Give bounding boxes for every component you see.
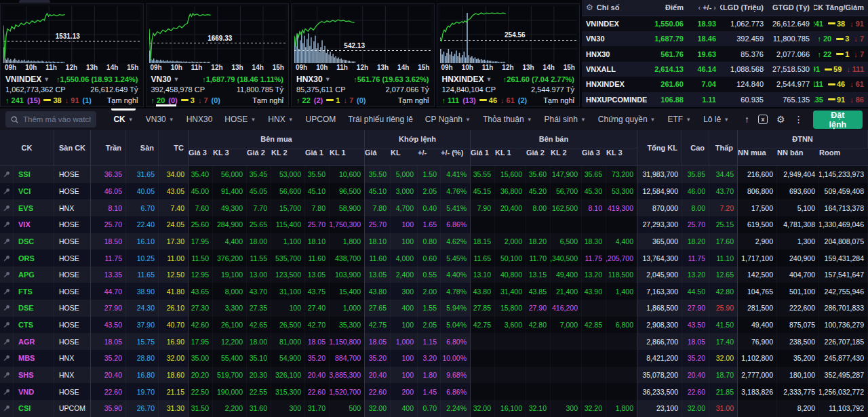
pin-cell[interactable]	[0, 333, 14, 350]
bid-vol-1[interactable]: 1,520,700	[330, 383, 365, 400]
tab-lô-lẻ[interactable]: Lô lẻ▼	[697, 108, 735, 130]
pin-cell[interactable]	[0, 400, 14, 417]
ask-price-1[interactable]	[471, 383, 495, 400]
ticker-symbol[interactable]: DSE	[14, 300, 54, 317]
ask-price-2[interactable]: 18.20	[526, 233, 551, 250]
tab-hose[interactable]: HOSE▼	[218, 108, 262, 130]
bid-vol-1[interactable]: 10,600	[330, 166, 365, 183]
ask-vol-3[interactable]: 73,200	[606, 166, 637, 183]
stock-row[interactable]: DSC HOSE 18.50 16.10 17.30 17.95 4,400 1…	[0, 233, 868, 250]
bid-price-2[interactable]: 27.35	[247, 300, 271, 317]
watchlist-search[interactable]	[5, 111, 96, 127]
bid-price-1[interactable]: 31.70	[305, 400, 330, 417]
bid-price-1[interactable]: 45.10	[305, 183, 330, 200]
subcol-gi-3[interactable]: Giá 3	[189, 148, 213, 165]
pin-cell[interactable]	[0, 266, 14, 283]
bid-vol-2[interactable]: 54,900	[271, 350, 305, 367]
ask-price-1[interactable]: 35.55	[471, 166, 495, 183]
ask-price-1[interactable]: 7.90	[471, 199, 495, 216]
match-price[interactable]: 32.00	[365, 400, 391, 417]
subcol-gi-1[interactable]: Giá 1	[471, 148, 495, 165]
stock-row[interactable]: VCI HOSE 46.05 40.05 43.05 45.00 91,400 …	[0, 183, 868, 200]
ask-price-1[interactable]	[471, 216, 495, 233]
subcol-kl-2[interactable]: KL 2	[271, 148, 305, 165]
ask-price-2[interactable]	[526, 350, 551, 367]
col-san-ck[interactable]: Sàn CK	[54, 130, 91, 165]
col-tong-kl[interactable]: Tổng KL	[637, 130, 682, 165]
ask-price-2[interactable]: 32.10	[526, 400, 551, 417]
ask-vol-1[interactable]	[495, 350, 526, 367]
tab-ck[interactable]: CK▼	[107, 108, 139, 130]
ask-price-2[interactable]: 42.80	[526, 317, 551, 334]
tab-thỏa-thuận[interactable]: Thỏa thuận▼	[477, 108, 538, 130]
pin-cell[interactable]	[0, 317, 14, 334]
ask-price-3[interactable]	[582, 367, 606, 384]
bid-vol-3[interactable]: 49,300	[213, 199, 247, 216]
bid-price-3[interactable]: 27.30	[189, 300, 213, 317]
ask-vol-2[interactable]: 1,340,500	[551, 250, 582, 266]
ask-vol-2[interactable]	[551, 333, 582, 350]
ask-vol-3[interactable]: 419,300	[606, 199, 637, 216]
stock-row[interactable]: EVS HNX 8.10 6.70 7.40 7.60 49,300 7.70 …	[0, 199, 868, 216]
ask-vol-3[interactable]: 1,400	[606, 283, 637, 300]
ask-vol-1[interactable]: 40,800	[495, 266, 526, 283]
search-input[interactable]	[23, 115, 91, 123]
collapse-up-icon[interactable]: ↑	[745, 114, 749, 125]
subcol-gi-2[interactable]: Giá 2	[526, 148, 551, 165]
bid-vol-2[interactable]: 115,400	[271, 216, 305, 233]
col-thap[interactable]: Thấp	[709, 130, 738, 165]
index-name[interactable]: HNX30	[582, 46, 647, 61]
ask-price-2[interactable]	[526, 216, 551, 233]
col-san[interactable]: Sàn	[126, 130, 159, 165]
match-price[interactable]: 11.60	[365, 250, 391, 266]
pin-cell[interactable]	[0, 350, 14, 367]
bid-price-3[interactable]: 17.95	[189, 233, 213, 250]
ask-price-1[interactable]: 42.75	[471, 317, 495, 334]
subcol-kl-1[interactable]: KL 1	[330, 148, 365, 165]
bid-price-1[interactable]: 35.20	[305, 350, 330, 367]
bid-vol-3[interactable]: 519,700	[213, 367, 247, 384]
ask-vol-2[interactable]: 162,500	[551, 199, 582, 216]
ask-vol-2[interactable]: 49,400	[551, 266, 582, 283]
tab-trái-phiếu-riêng-lẻ[interactable]: Trái phiếu riêng lẻ	[342, 108, 419, 130]
ask-price-3[interactable]: 13.20	[582, 266, 606, 283]
bid-price-3[interactable]: 43.65	[189, 283, 213, 300]
index-table-row[interactable]: HNXUPCOMINDEX 106.88 1.11 60.935 765.135…	[582, 92, 868, 107]
ask-price-2[interactable]: 8.00	[526, 199, 551, 216]
ask-vol-3[interactable]: 118,500	[606, 266, 637, 283]
ask-price-3[interactable]: 45.30	[582, 183, 606, 200]
ask-vol-2[interactable]: 416,200	[551, 300, 582, 317]
bid-price-1[interactable]: 22.60	[305, 383, 330, 400]
ask-vol-3[interactable]	[606, 350, 637, 367]
bid-price-3[interactable]: 35.00	[189, 350, 213, 367]
bid-vol-2[interactable]: 123,500	[271, 266, 305, 283]
gear-icon[interactable]: ⚙	[586, 3, 593, 12]
ask-price-3[interactable]: 18.30	[582, 233, 606, 250]
ask-price-3[interactable]: 11.75	[582, 250, 606, 266]
index-name[interactable]: HNXUPCOMINDEX	[582, 92, 647, 107]
index-table-row[interactable]: HNXINDEX 261.60 7.04 124.840 2,544.977 ↑…	[582, 77, 868, 92]
ask-price-3[interactable]	[582, 300, 606, 317]
match-price[interactable]: 18.05	[365, 333, 391, 350]
stock-row[interactable]: CSI UPCOM 35.90 26.70 31.30 31.50 2,200 …	[0, 400, 868, 417]
subcol-gi-2[interactable]: Giá 2	[247, 148, 271, 165]
match-price[interactable]: 13.05	[365, 266, 391, 283]
tab-vn30[interactable]: VN30▼	[140, 108, 180, 130]
subcol-nn-mua[interactable]: NN mua	[738, 148, 777, 165]
bid-price-1[interactable]: 20.40	[305, 367, 330, 384]
bid-vol-3[interactable]: 55,400	[213, 350, 247, 367]
bid-price-2[interactable]: 45.05	[247, 183, 271, 200]
bid-price-2[interactable]: 7.70	[247, 199, 271, 216]
ask-vol-3[interactable]: 4,400	[606, 233, 637, 250]
index-table-row[interactable]: VN30 1,687.79 18.46 392.459 11,800.785 ↑…	[582, 31, 868, 46]
bid-vol-2[interactable]: 1,100	[271, 233, 305, 250]
bid-vol-2[interactable]: 31,100	[271, 283, 305, 300]
bid-price-3[interactable]: 17.95	[189, 333, 213, 350]
match-price[interactable]: 7.80	[365, 199, 391, 216]
bid-price-1[interactable]: 25.70	[305, 216, 330, 233]
pin-cell[interactable]	[0, 300, 14, 317]
bid-price-2[interactable]: 25.65	[247, 216, 271, 233]
ticker-symbol[interactable]: ORS	[14, 250, 54, 266]
bid-vol-1[interactable]: 500	[330, 400, 365, 417]
stock-row[interactable]: APG HOSE 13.35 11.65 12.50 12.95 19,100 …	[0, 266, 868, 283]
